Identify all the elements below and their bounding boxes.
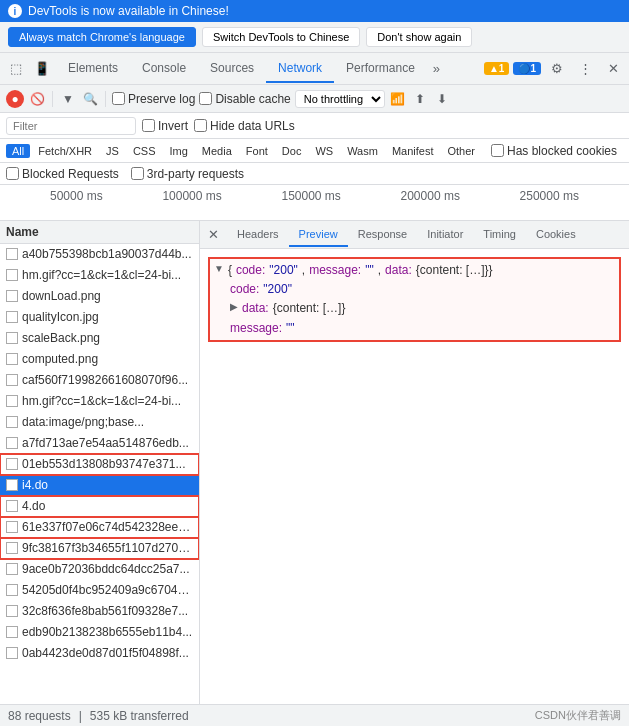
type-doc[interactable]: Doc (276, 144, 308, 158)
list-item-name: hm.gif?cc=1&ck=1&cl=24-bi... (22, 394, 181, 408)
type-fetch[interactable]: Fetch/XHR (32, 144, 98, 158)
dont-show-button[interactable]: Don't show again (366, 27, 472, 47)
tab-network[interactable]: Network (266, 55, 334, 83)
list-item[interactable]: 9fc38167f3b34655f1107d2706... (0, 538, 199, 559)
has-blocked-checkbox[interactable] (491, 144, 504, 157)
list-item-name: 4.do (22, 499, 45, 513)
invert-label[interactable]: Invert (142, 119, 188, 133)
json-key-code2: code: (230, 280, 259, 299)
detail-tab-initiator[interactable]: Initiator (417, 223, 473, 247)
list-item[interactable]: scaleBack.png (0, 328, 199, 349)
clear-button[interactable]: 🚫 (28, 90, 46, 108)
third-party-label[interactable]: 3rd-party requests (131, 167, 244, 181)
expand-icon-1[interactable]: ▼ (214, 261, 224, 277)
timeline-label-3: 150000 ms (281, 189, 340, 203)
list-item[interactable]: a7fd713ae7e54aa514876edb... (0, 433, 199, 454)
timeline-labels: 50000 ms 100000 ms 150000 ms 200000 ms 2… (0, 185, 629, 203)
json-brace-open: { (228, 261, 232, 280)
blocked-req-label[interactable]: Blocked Requests (6, 167, 119, 181)
list-item[interactable]: computed.png (0, 349, 199, 370)
type-other[interactable]: Other (441, 144, 481, 158)
list-item[interactable]: hm.gif?cc=1&ck=1&cl=24-bi... (0, 391, 199, 412)
list-item[interactable]: 01eb553d13808b93747e371... (0, 454, 199, 475)
file-type-icon (6, 542, 18, 554)
detail-tab-preview[interactable]: Preview (289, 223, 348, 247)
preserve-log-checkbox[interactable] (112, 92, 125, 105)
list-item[interactable]: a40b755398bcb1a90037d44b... (0, 244, 199, 265)
preserve-log-label[interactable]: Preserve log (112, 92, 195, 106)
expand-icon-2[interactable]: ▶ (230, 299, 238, 315)
network-toolbar: ● 🚫 ▼ 🔍 Preserve log Disable cache No th… (0, 85, 629, 113)
online-icon[interactable]: 📶 (389, 90, 407, 108)
inspect-icon[interactable]: ⬚ (4, 57, 28, 80)
file-type-icon (6, 479, 18, 491)
list-item[interactable]: edb90b2138238b6555eb11b4... (0, 622, 199, 643)
list-item[interactable]: qualityIcon.jpg (0, 307, 199, 328)
tab-performance[interactable]: Performance (334, 55, 427, 83)
json-comma2: , (378, 261, 381, 280)
hide-data-checkbox[interactable] (194, 119, 207, 132)
list-item[interactable]: data:image/png;base... (0, 412, 199, 433)
list-item[interactable]: 9ace0b72036bddc64dcc25a7... (0, 559, 199, 580)
type-wasm[interactable]: Wasm (341, 144, 384, 158)
close-detail-icon[interactable]: ✕ (200, 223, 227, 246)
search-icon[interactable]: 🔍 (81, 90, 99, 108)
type-all[interactable]: All (6, 144, 30, 158)
list-item-name: 61e337f07e06c74d542328ee6... (22, 520, 193, 534)
blocked-req-checkbox[interactable] (6, 167, 19, 180)
close-devtools-icon[interactable]: ✕ (602, 57, 625, 80)
throttle-select[interactable]: No throttling (295, 90, 385, 108)
list-item[interactable]: downLoad.png (0, 286, 199, 307)
invert-checkbox[interactable] (142, 119, 155, 132)
settings-icon[interactable]: ⚙ (545, 57, 569, 80)
network-list: Name a40b755398bcb1a90037d44b...hm.gif?c… (0, 221, 200, 726)
file-type-icon (6, 290, 18, 302)
list-item[interactable]: 32c8f636fe8bab561f09328e7... (0, 601, 199, 622)
filter-input[interactable] (6, 117, 136, 135)
upload-icon[interactable]: ⬆ (411, 90, 429, 108)
type-css[interactable]: CSS (127, 144, 162, 158)
list-item-name: 9ace0b72036bddc64dcc25a7... (22, 562, 189, 576)
separator (52, 91, 53, 107)
list-item[interactable]: caf560f719982661608070f96... (0, 370, 199, 391)
json-highlighted-block: ▼ { code: "200" , message: "" , data: {c… (208, 257, 621, 342)
tab-sources[interactable]: Sources (198, 55, 266, 83)
file-type-icon (6, 332, 18, 344)
timeline-label-1: 50000 ms (50, 189, 103, 203)
type-ws[interactable]: WS (309, 144, 339, 158)
more-tabs-icon[interactable]: » (427, 57, 446, 80)
third-party-checkbox[interactable] (131, 167, 144, 180)
match-language-button[interactable]: Always match Chrome's language (8, 27, 196, 47)
json-val-data1: {content: […]}} (416, 261, 493, 280)
type-img[interactable]: Img (164, 144, 194, 158)
list-item[interactable]: 0ab4423de0d87d01f5f04898f... (0, 643, 199, 664)
download-icon[interactable]: ⬇ (433, 90, 451, 108)
list-item[interactable]: 54205d0f4bc952409a9c6704z... (0, 580, 199, 601)
record-button[interactable]: ● (6, 90, 24, 108)
disable-cache-checkbox[interactable] (199, 92, 212, 105)
switch-chinese-button[interactable]: Switch DevTools to Chinese (202, 27, 360, 47)
more-options-icon[interactable]: ⋮ (573, 57, 598, 80)
list-item[interactable]: 61e337f07e06c74d542328ee6... (0, 517, 199, 538)
list-item[interactable]: i4.do (0, 475, 199, 496)
tab-elements[interactable]: Elements (56, 55, 130, 83)
hide-data-label[interactable]: Hide data URLs (194, 119, 295, 133)
type-font[interactable]: Font (240, 144, 274, 158)
disable-cache-label[interactable]: Disable cache (199, 92, 290, 106)
list-item[interactable]: 4.do (0, 496, 199, 517)
warn-badge: ▲1 (484, 62, 509, 75)
detail-tab-timing[interactable]: Timing (473, 223, 526, 247)
has-blocked-label[interactable]: Has blocked cookies (491, 144, 617, 158)
detail-tab-response[interactable]: Response (348, 223, 418, 247)
name-column-header: Name (6, 225, 39, 239)
type-media[interactable]: Media (196, 144, 238, 158)
type-manifest[interactable]: Manifest (386, 144, 440, 158)
detail-tab-cookies[interactable]: Cookies (526, 223, 586, 247)
filter-icon[interactable]: ▼ (59, 90, 77, 108)
detail-tab-headers[interactable]: Headers (227, 223, 289, 247)
type-js[interactable]: JS (100, 144, 125, 158)
list-item[interactable]: hm.gif?cc=1&ck=1&cl=24-bi... (0, 265, 199, 286)
file-type-icon (6, 563, 18, 575)
device-icon[interactable]: 📱 (28, 57, 56, 80)
tab-console[interactable]: Console (130, 55, 198, 83)
